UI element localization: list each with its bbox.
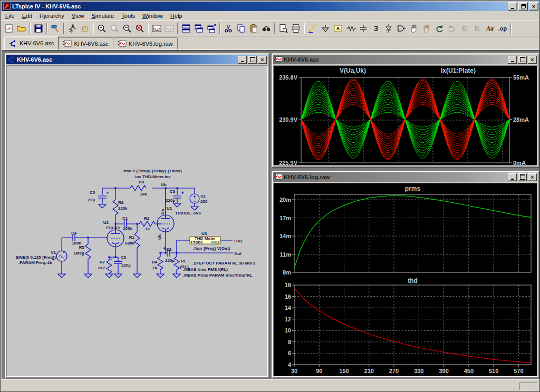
svg-text:10: 10: [285, 327, 291, 334]
waveform-close-button[interactable]: ×: [528, 56, 537, 64]
waveform-doc-icon: [274, 56, 282, 63]
capacitor-icon[interactable]: [357, 22, 370, 35]
inductor-icon[interactable]: 3: [370, 22, 382, 35]
waveform-plot-pane[interactable]: 235.8V230.9V225.9V55mA28mA0mAV(Ua,Uk)Ix(…: [273, 65, 538, 166]
zoom-out-icon[interactable]: [121, 22, 133, 35]
menu-view[interactable]: View: [68, 12, 88, 20]
menu-simulate[interactable]: Simulate: [88, 12, 118, 20]
component-gate-icon[interactable]: [395, 22, 408, 35]
menu-help[interactable]: Help: [167, 12, 186, 20]
svg-text:R8: R8: [118, 200, 124, 205]
svg-text:100n: 100n: [123, 226, 132, 231]
resistor-icon[interactable]: [344, 22, 357, 35]
cascade-windows-icon[interactable]: [192, 22, 205, 35]
svg-text:C6: C6: [121, 255, 127, 260]
svg-text:U3: U3: [201, 231, 207, 236]
cut-icon[interactable]: [222, 22, 235, 35]
find-icon[interactable]: [260, 22, 273, 35]
undo-icon[interactable]: [433, 22, 446, 35]
print-preview-icon[interactable]: [277, 22, 290, 35]
svg-text:570: 570: [514, 368, 523, 374]
zoom-in-icon[interactable]: [95, 22, 108, 35]
open-icon[interactable]: [15, 22, 28, 35]
move-hand-icon[interactable]: [408, 22, 420, 35]
svg-text:12: 12: [285, 316, 291, 322]
svg-text:16: 16: [285, 293, 291, 300]
schematic-maximize-button[interactable]: [248, 56, 257, 64]
save-icon[interactable]: [32, 22, 45, 35]
tab-1-khv-6v6.asc[interactable]: KHV-6V6.asc: [58, 37, 113, 50]
print-icon[interactable]: [290, 22, 302, 35]
waveform-maximize-button[interactable]: [518, 56, 527, 64]
svg-text:C4: C4: [71, 231, 77, 236]
svg-text:10k: 10k: [140, 192, 147, 197]
svg-text:Ub: Ub: [161, 182, 167, 187]
svg-text:E: E: [462, 25, 466, 32]
minimize-button[interactable]: [508, 2, 517, 11]
schematic-canvas[interactable]: .tran 0 {Tstop} {Delay} {Tmax} .inc THD-…: [6, 65, 268, 377]
svg-text:250: 250: [200, 199, 208, 204]
halt-hand-icon[interactable]: [79, 22, 91, 35]
diode-icon[interactable]: [382, 22, 395, 35]
menu-window[interactable]: Window: [139, 12, 167, 20]
run-icon[interactable]: [66, 22, 79, 35]
svg-text:270: 270: [389, 368, 399, 374]
schematic-close-button[interactable]: ×: [258, 56, 267, 64]
restore-button[interactable]: [518, 2, 528, 11]
ground-icon[interactable]: [319, 22, 332, 35]
close-button[interactable]: ×: [529, 2, 538, 11]
copy-icon[interactable]: [235, 22, 247, 35]
svg-text:30: 30: [291, 368, 297, 374]
menu-file[interactable]: File: [2, 12, 18, 20]
svg-text:Probe: Probe: [191, 240, 203, 244]
svg-text:TRIODE_6V6: TRIODE_6V6: [175, 211, 201, 215]
drag-hand-icon[interactable]: [420, 22, 433, 35]
waveform-pane-icon[interactable]: [150, 22, 163, 35]
svg-text:.PARAM Freq=1k: .PARAM Freq=1k: [18, 260, 53, 265]
svg-text:RL: RL: [181, 259, 187, 263]
tile-windows-icon[interactable]: [180, 22, 192, 35]
ltspice-app: { "window": { "title": "LTspice IV - KHV…: [0, 0, 540, 392]
redo-icon[interactable]: [446, 22, 458, 35]
svg-text:.four {Freq} V(Out): .four {Freq} V(Out): [193, 246, 230, 251]
menu-tools[interactable]: Tools: [118, 12, 139, 20]
mirror-icon[interactable]: E: [458, 22, 471, 35]
log-plot-pane[interactable]: 20m17m14m11m8mprms1816141210864309015021…: [273, 183, 538, 377]
tab-2-khv-6v6.log.raw[interactable]: KHV-6V6.log.raw: [113, 37, 178, 50]
svg-text:18: 18: [285, 282, 291, 288]
svg-text:230.9V: 230.9V: [279, 116, 298, 123]
log-maximize-button[interactable]: [518, 173, 527, 181]
svg-text:1k: 1k: [145, 227, 150, 231]
svg-text:22µ: 22µ: [88, 198, 95, 202]
log-window-title: KHV-6V6.log.raw: [284, 174, 330, 180]
svg-text:17m: 17m: [279, 215, 291, 221]
menu-bar: FileEditHierarchyViewSimulateToolsWindow…: [2, 11, 539, 21]
menu-edit[interactable]: Edit: [18, 12, 36, 20]
log-minimize-button[interactable]: [508, 173, 517, 181]
cascade-restore-icon[interactable]: [205, 22, 218, 35]
svg-text:510: 510: [489, 368, 498, 374]
schematic-window-titlebar[interactable]: KHV-6V6.asc ×: [6, 55, 268, 64]
svg-text:.tran 0 {Tstop} {Delay} {Tmax}: .tran 0 {Tstop} {Delay} {Tmax}: [122, 169, 182, 173]
control-panel-hammer-icon[interactable]: [49, 22, 62, 35]
new-schematic-icon[interactable]: [3, 22, 15, 35]
tab-0-khv-6v6.asc[interactable]: KHV-6V6.asc: [4, 36, 59, 50]
waveform-pane-disabled-icon[interactable]: [163, 22, 176, 35]
waveform-minimize-button[interactable]: [508, 56, 517, 64]
zoom-full-extents-icon[interactable]: [133, 22, 146, 35]
waveform-window-titlebar[interactable]: KHV-6V6.asc ×: [273, 55, 538, 64]
log-window-titlebar[interactable]: KHV-6V6.log.raw ×: [273, 172, 538, 182]
wire-pencil-icon[interactable]: [306, 22, 319, 35]
schematic-minimize-button[interactable]: [238, 56, 247, 64]
svg-text:Ix(U1:Plate): Ix(U1:Plate): [441, 67, 476, 74]
net-label-icon[interactable]: A: [332, 22, 344, 35]
svg-text:1Meg: 1Meg: [74, 251, 85, 256]
menu-hierarchy[interactable]: Hierarchy: [36, 12, 68, 20]
svg-text:90: 90: [316, 368, 322, 374]
zoom-fit-icon[interactable]: [108, 22, 121, 35]
rotate-icon[interactable]: E: [471, 22, 484, 35]
log-close-button[interactable]: ×: [528, 173, 537, 181]
paste-icon[interactable]: [247, 22, 260, 35]
spice-directive-icon[interactable]: .op: [496, 22, 509, 35]
text-tool-icon[interactable]: Aa: [484, 22, 496, 35]
